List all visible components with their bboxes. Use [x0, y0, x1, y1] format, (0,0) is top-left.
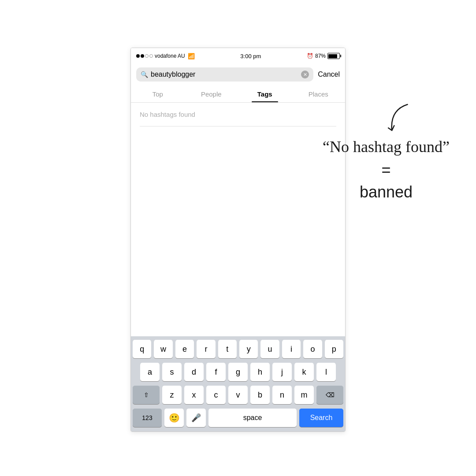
key-x[interactable]: x	[184, 386, 204, 404]
key-q[interactable]: q	[133, 340, 151, 358]
signal-dot-4	[149, 54, 153, 58]
signal-dot-1	[136, 54, 140, 58]
key-v[interactable]: v	[228, 386, 248, 404]
shift-key[interactable]: ⇧	[133, 386, 160, 404]
keyboard-bottom-row: 123 🙂 🎤 space Search	[133, 409, 343, 427]
search-key[interactable]: Search	[299, 409, 343, 427]
key-u[interactable]: u	[260, 340, 279, 358]
time-display: 3:00 pm	[240, 53, 261, 60]
key-p[interactable]: p	[325, 340, 343, 358]
signal-dot-2	[141, 54, 144, 58]
keyboard-row-2: a s d f g h j k l	[133, 363, 343, 381]
alarm-icon: ⏰	[307, 53, 313, 59]
annotation-quote: “No hashtag found”	[323, 137, 450, 157]
annotation-block: “No hashtag found” = banned	[323, 137, 450, 201]
delete-key[interactable]: ⌫	[316, 386, 343, 404]
cancel-button[interactable]: Cancel	[318, 71, 340, 78]
key-s[interactable]: s	[162, 363, 182, 381]
clear-button[interactable]: ✕	[301, 71, 309, 78]
key-z[interactable]: z	[162, 386, 182, 404]
keyboard: q w e r t y u i o p a s d f g h j k l ⇧ …	[131, 336, 345, 431]
tabs-row: Top People Tags Places	[131, 85, 345, 103]
tab-people[interactable]: People	[185, 85, 238, 102]
key-t[interactable]: t	[218, 340, 237, 358]
wifi-icon: 📶	[188, 53, 195, 60]
phone-frame: vodafone AU 📶 3:00 pm ⏰ 87% 🔍 beautyblog…	[130, 48, 346, 432]
key-o[interactable]: o	[303, 340, 322, 358]
no-results-message: No hashtags found	[131, 103, 345, 126]
status-bar: vodafone AU 📶 3:00 pm ⏰ 87%	[131, 48, 345, 64]
key-j[interactable]: j	[272, 363, 292, 381]
key-h[interactable]: h	[250, 363, 270, 381]
key-c[interactable]: c	[206, 386, 226, 404]
key-k[interactable]: k	[294, 363, 314, 381]
space-key[interactable]: space	[208, 409, 297, 427]
content-divider	[140, 126, 336, 126]
search-input-wrapper[interactable]: 🔍 beautyblogger ✕	[136, 67, 313, 82]
search-area: 🔍 beautyblogger ✕ Cancel	[131, 64, 345, 85]
content-area: No hashtags found	[131, 103, 345, 126]
key-d[interactable]: d	[184, 363, 204, 381]
annotation-equals: =	[323, 161, 450, 179]
key-e[interactable]: e	[175, 340, 194, 358]
status-right: ⏰ 87%	[307, 53, 340, 59]
num-key[interactable]: 123	[133, 409, 162, 427]
arrow-icon	[381, 99, 422, 140]
battery-fill	[328, 54, 337, 58]
key-i[interactable]: i	[282, 340, 301, 358]
arrow-container	[383, 101, 419, 138]
key-b[interactable]: b	[250, 386, 270, 404]
mic-key[interactable]: 🎤	[186, 409, 206, 427]
key-l[interactable]: l	[316, 363, 336, 381]
tab-tags[interactable]: Tags	[238, 85, 292, 102]
search-input[interactable]: beautyblogger	[151, 71, 298, 78]
key-a[interactable]: a	[140, 363, 160, 381]
signal-dots	[136, 54, 153, 58]
annotation-banned: banned	[323, 183, 450, 201]
key-w[interactable]: w	[154, 340, 172, 358]
tab-top[interactable]: Top	[131, 85, 185, 102]
carrier-text: vodafone AU	[155, 53, 185, 59]
key-g[interactable]: g	[228, 363, 248, 381]
emoji-key[interactable]: 🙂	[164, 409, 184, 427]
key-m[interactable]: m	[294, 386, 314, 404]
signal-dot-3	[145, 54, 149, 58]
battery-percent: 87%	[315, 53, 326, 59]
tab-places[interactable]: Places	[292, 85, 346, 102]
keyboard-row-3: ⇧ z x c v b n m ⌫	[133, 386, 343, 404]
search-icon: 🔍	[141, 71, 148, 78]
key-f[interactable]: f	[206, 363, 226, 381]
battery-bar	[327, 53, 340, 59]
status-left: vodafone AU 📶	[136, 53, 195, 60]
key-y[interactable]: y	[239, 340, 258, 358]
key-r[interactable]: r	[197, 340, 215, 358]
keyboard-row-1: q w e r t y u i o p	[133, 340, 343, 358]
key-n[interactable]: n	[272, 386, 292, 404]
